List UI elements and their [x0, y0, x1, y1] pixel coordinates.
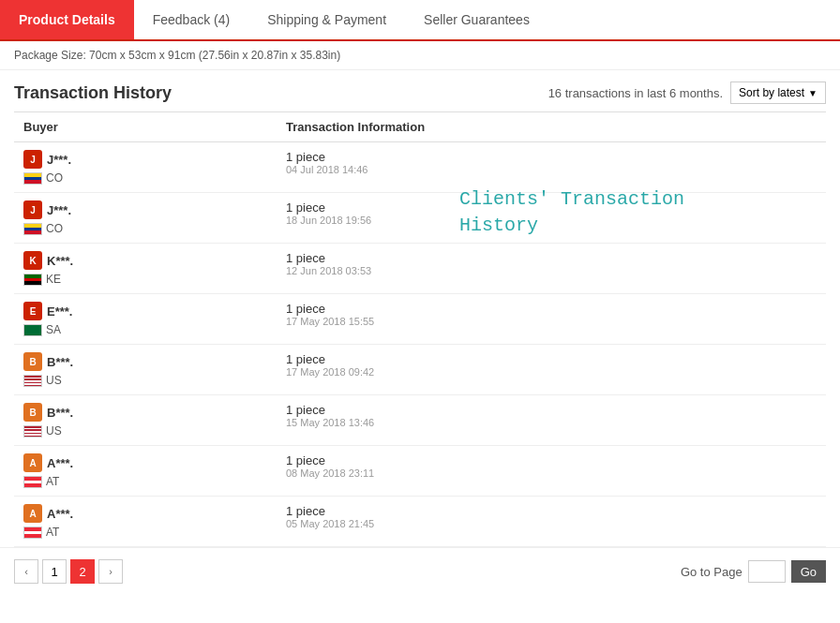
- transaction-meta: 16 transactions in last 6 months. Sort b…: [548, 82, 826, 104]
- goto-input[interactable]: [748, 560, 786, 583]
- piece-7: 1 piece: [286, 504, 455, 518]
- buyer-cell-5: B B***. US: [14, 395, 277, 446]
- col-buyer: Buyer: [14, 112, 277, 142]
- avatar-7: A: [23, 504, 42, 523]
- transaction-table: Buyer Transaction Information J J***. CO: [14, 111, 826, 547]
- tab-bar: Product Details Feedback (4) Shipping & …: [0, 0, 840, 41]
- transaction-title: Transaction History: [14, 83, 172, 103]
- table-row: K K***. KE 1 piece 12 Jun 2018 03:53: [14, 244, 826, 294]
- trans-info-cell-1: 1 piece 18 Jun 2018 19:56: [277, 193, 464, 244]
- sort-label: Sort by latest: [739, 86, 804, 99]
- buyer-cell-1: J J***. CO: [14, 193, 277, 244]
- table-row: A A***. AT 1 piece 08 May 2018 23:11: [14, 446, 826, 497]
- buyer-cell-4: B B***. US: [14, 345, 277, 395]
- country-code-0: CO: [46, 171, 63, 185]
- tab-shipping[interactable]: Shipping & Payment: [248, 0, 405, 39]
- avatar-6: A: [23, 453, 42, 472]
- country-code-6: AT: [46, 475, 59, 488]
- datetime-5: 15 May 2018 13:46: [286, 417, 455, 428]
- country-code-5: US: [46, 424, 62, 438]
- table-row: J J***. CO 1 piece 04 Jul 2018 14:46: [14, 142, 826, 193]
- piece-6: 1 piece: [286, 453, 455, 467]
- trans-info-cell-6: 1 piece 08 May 2018 23:11: [277, 446, 464, 497]
- prev-page-button[interactable]: ‹: [14, 559, 38, 584]
- country-code-4: US: [46, 374, 62, 387]
- trans-info-cell-5: 1 piece 15 May 2018 13:46: [277, 395, 464, 446]
- piece-3: 1 piece: [286, 302, 455, 316]
- table-row: B B***. US 1 piece 15 May 2018 13:46: [14, 395, 826, 446]
- flag-2: [23, 274, 42, 286]
- datetime-0: 04 Jul 2018 14:46: [286, 164, 455, 175]
- buyer-name-6: A***.: [47, 456, 73, 470]
- datetime-6: 08 May 2018 23:11: [286, 467, 455, 479]
- extra-cell-1: [464, 193, 826, 244]
- buyer-name-4: B***.: [47, 355, 73, 369]
- buyer-name-5: B***.: [47, 406, 73, 420]
- buyer-cell-6: A A***. AT: [14, 446, 277, 497]
- trans-info-cell-7: 1 piece 05 May 2018 21:45: [277, 497, 464, 547]
- piece-2: 1 piece: [286, 251, 455, 265]
- buyer-cell-0: J J***. CO: [14, 142, 277, 193]
- country-code-2: KE: [46, 273, 61, 286]
- piece-4: 1 piece: [286, 352, 455, 366]
- flag-5: [23, 425, 42, 438]
- goto-page: Go to Page Go: [681, 560, 826, 583]
- trans-info-cell-3: 1 piece 17 May 2018 15:55: [277, 294, 464, 345]
- flag-0: [23, 172, 42, 185]
- sort-arrow-icon: ▼: [808, 88, 818, 98]
- page-2-button[interactable]: 2: [70, 559, 95, 584]
- transaction-header: Transaction History 16 transactions in l…: [0, 70, 840, 111]
- piece-1: 1 piece: [286, 200, 455, 215]
- extra-cell-4: [464, 345, 826, 395]
- country-code-1: CO: [46, 222, 63, 235]
- trans-info-cell-2: 1 piece 12 Jun 2018 03:53: [277, 244, 464, 294]
- page-nav-left: ‹ 1 2 ›: [14, 559, 123, 584]
- extra-cell-3: [464, 294, 826, 345]
- datetime-7: 05 May 2018 21:45: [286, 518, 455, 529]
- flag-7: [23, 527, 42, 539]
- trans-info-cell-0: 1 piece 04 Jul 2018 14:46: [277, 142, 464, 193]
- extra-cell-2: [464, 244, 826, 294]
- avatar-1: J: [23, 200, 42, 219]
- piece-5: 1 piece: [286, 403, 455, 417]
- flag-4: [23, 375, 42, 387]
- flag-3: [23, 324, 42, 336]
- avatar-3: E: [23, 302, 42, 320]
- table-row: E E***. SA 1 piece 17 May 2018 15:55: [14, 294, 826, 345]
- col-info: Transaction Information: [277, 112, 464, 142]
- country-code-7: AT: [46, 526, 59, 539]
- table-row: B B***. US 1 piece 17 May 2018 09:42: [14, 345, 826, 395]
- transaction-table-wrap: Buyer Transaction Information J J***. CO: [0, 111, 840, 547]
- trans-info-cell-4: 1 piece 17 May 2018 09:42: [277, 345, 464, 395]
- datetime-1: 18 Jun 2018 19:56: [286, 215, 455, 226]
- pagination: ‹ 1 2 › Go to Page Go: [0, 547, 840, 595]
- goto-label: Go to Page: [681, 565, 742, 579]
- tab-feedback[interactable]: Feedback (4): [134, 0, 248, 39]
- buyer-cell-3: E E***. SA: [14, 294, 277, 345]
- extra-cell-5: [464, 395, 826, 446]
- page-1-button[interactable]: 1: [42, 559, 67, 584]
- extra-cell-7: [464, 497, 826, 547]
- buyer-name-1: J***.: [47, 203, 71, 217]
- tab-seller-guarantees[interactable]: Seller Guarantees: [405, 0, 548, 39]
- piece-0: 1 piece: [286, 150, 455, 164]
- avatar-0: J: [23, 150, 42, 169]
- avatar-5: B: [23, 403, 42, 422]
- avatar-2: K: [23, 251, 42, 270]
- go-button[interactable]: Go: [791, 560, 826, 583]
- buyer-name-0: J***.: [47, 153, 71, 167]
- tab-product-details[interactable]: Product Details: [0, 0, 134, 39]
- datetime-4: 17 May 2018 09:42: [286, 366, 455, 378]
- country-code-3: SA: [46, 323, 61, 336]
- buyer-cell-7: A A***. AT: [14, 497, 277, 547]
- col-extra: [464, 112, 826, 142]
- buyer-name-7: A***.: [47, 507, 73, 521]
- table-row: J J***. CO 1 piece 18 Jun 2018 19:56: [14, 193, 826, 244]
- flag-6: [23, 476, 42, 488]
- buyer-name-3: E***.: [47, 304, 72, 319]
- avatar-4: B: [23, 352, 42, 371]
- datetime-2: 12 Jun 2018 03:53: [286, 265, 455, 276]
- extra-cell-6: [464, 446, 826, 497]
- sort-button[interactable]: Sort by latest ▼: [730, 82, 826, 104]
- next-page-button[interactable]: ›: [98, 559, 123, 584]
